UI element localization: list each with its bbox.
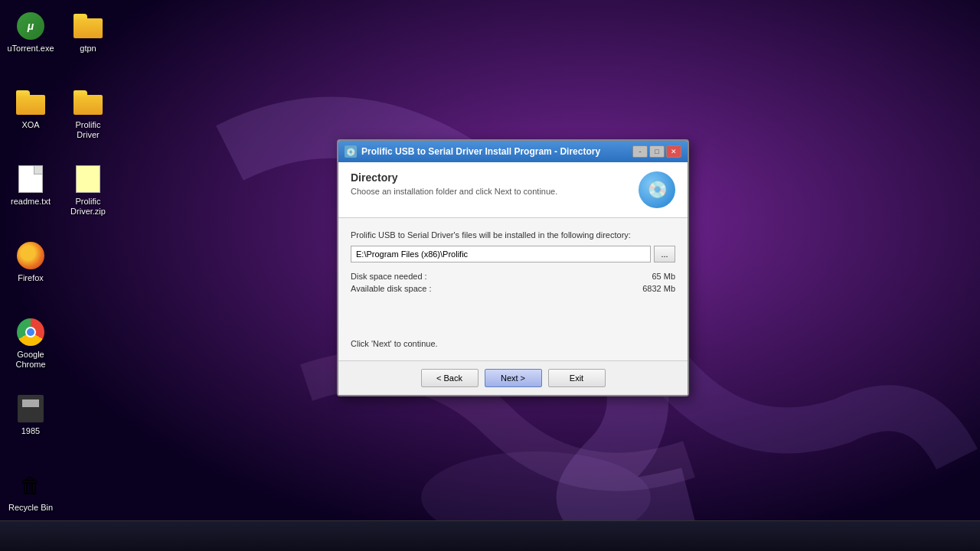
exit-button[interactable]: Exit [548,369,606,387]
dialog-footer: < Back Next > Exit [338,360,688,395]
dialog-header: Directory Choose an installation folder … [338,162,688,218]
dialog-titlebar: 💿 Prolific USB to Serial Driver Install … [338,141,688,162]
minimize-button[interactable]: - [632,145,648,158]
available-space-value: 6832 Mb [642,284,675,293]
dialog-body: Directory Choose an installation folder … [338,162,688,395]
dialog-header-icon: 💿 [639,171,675,208]
back-button[interactable]: < Back [421,369,479,387]
path-row: ... [351,246,675,262]
dialog-overlay: 💿 Prolific USB to Serial Driver Install … [0,0,980,520]
dialog-title-area: 💿 Prolific USB to Serial Driver Install … [345,145,600,158]
install-path-label: Prolific USB to Serial Driver's files wi… [351,230,675,240]
maximize-button[interactable]: □ [649,145,665,158]
disk-space-needed-value: 65 Mb [652,272,675,281]
disk-info: Disk space needed : 65 Mb Available disk… [351,272,675,293]
install-dialog: 💿 Prolific USB to Serial Driver Install … [337,139,689,396]
dialog-title: Prolific USB to Serial Driver Install Pr… [361,146,600,157]
dialog-window-controls: - □ ✕ [632,145,681,158]
disk-space-needed-row: Disk space needed : 65 Mb [351,272,675,281]
dialog-title-icon: 💿 [345,145,357,158]
next-button[interactable]: Next > [485,369,542,387]
taskbar [0,520,980,551]
dialog-heading: Directory [351,171,557,184]
dialog-content: Prolific USB to Serial Driver's files wi… [338,218,688,360]
continue-hint: Click 'Next' to continue. [351,339,675,348]
close-button[interactable]: ✕ [666,145,681,158]
disk-space-needed-label: Disk space needed : [351,272,427,281]
desktop: μ uTorrent.exe gtpn XOA Prolific Driver [0,0,980,551]
available-space-label: Available disk space : [351,284,432,293]
dialog-header-text: Directory Choose an installation folder … [351,171,557,196]
dialog-description: Choose an installation folder and click … [351,187,557,196]
available-space-row: Available disk space : 6832 Mb [351,284,675,293]
browse-button[interactable]: ... [654,246,675,262]
path-input[interactable] [351,246,651,262]
